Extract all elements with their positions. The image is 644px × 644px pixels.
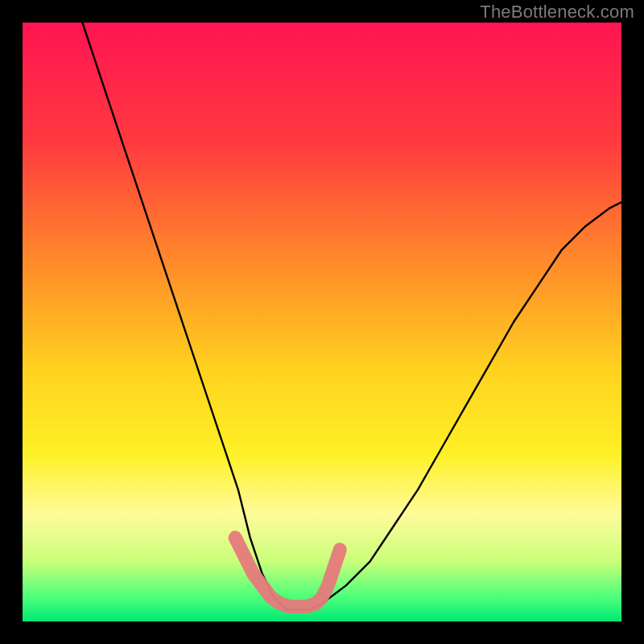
watermark-text: TheBottleneck.com — [480, 2, 634, 23]
chart-frame: TheBottleneck.com — [0, 0, 644, 644]
bottleneck-chart — [0, 0, 644, 644]
